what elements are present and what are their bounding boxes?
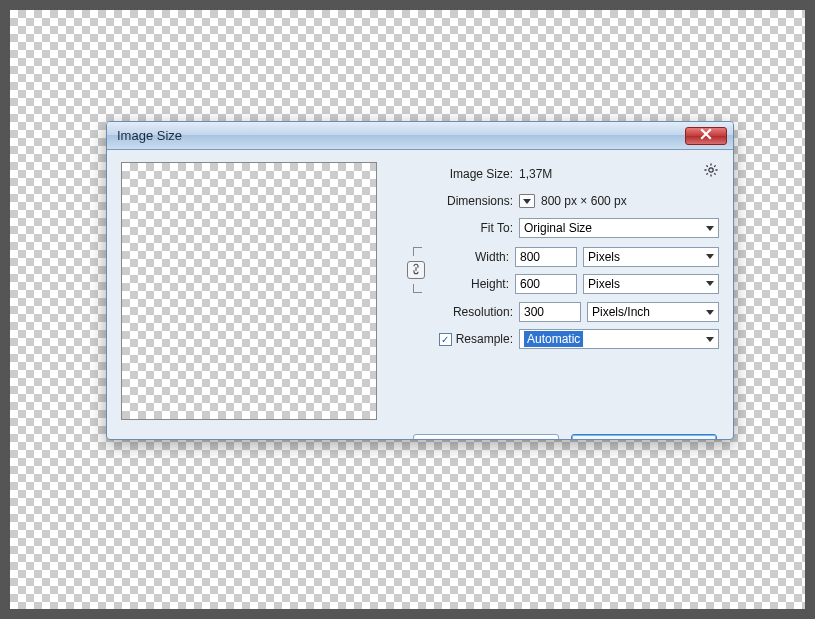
chevron-down-icon (706, 254, 714, 259)
cancel-label: Cancel (467, 438, 504, 440)
width-label: Width: (429, 250, 509, 264)
chevron-down-icon (706, 281, 714, 286)
svg-line-5 (706, 165, 707, 166)
gear-icon (703, 167, 719, 181)
chevron-down-icon (523, 199, 531, 204)
resolution-unit-value: Pixels/Inch (592, 305, 650, 319)
ok-button[interactable]: OK (571, 434, 717, 440)
height-unit-select[interactable]: Pixels (583, 274, 719, 294)
resample-value: Automatic (524, 331, 583, 347)
constrain-proportions-button[interactable] (407, 261, 425, 279)
fit-to-select[interactable]: Original Size (519, 218, 719, 238)
height-label: Height: (429, 277, 509, 291)
height-unit-value: Pixels (588, 277, 620, 291)
close-icon (700, 128, 712, 143)
resample-checkbox[interactable]: ✓ (439, 333, 452, 346)
resample-select[interactable]: Automatic (519, 329, 719, 349)
svg-line-6 (714, 173, 715, 174)
image-size-value: 1,37M (519, 167, 552, 181)
dimensions-value: 800 px × 600 px (541, 194, 627, 208)
constrain-bracket (409, 245, 425, 295)
image-size-dialog: Image Size Image Size: (106, 121, 734, 440)
svg-line-8 (706, 173, 707, 174)
fit-to-value: Original Size (524, 221, 592, 235)
close-button[interactable] (685, 127, 727, 145)
resample-label: Resample: (456, 332, 513, 346)
resolution-unit-select[interactable]: Pixels/Inch (587, 302, 719, 322)
chevron-down-icon (706, 310, 714, 315)
resolution-input[interactable] (519, 302, 581, 322)
dimensions-label: Dimensions: (407, 194, 513, 208)
resolution-label: Resolution: (407, 305, 513, 319)
svg-point-0 (709, 168, 713, 172)
ok-label: OK (635, 438, 652, 440)
width-input[interactable] (515, 247, 577, 267)
width-unit-value: Pixels (588, 250, 620, 264)
chevron-down-icon (706, 226, 714, 231)
dialog-titlebar[interactable]: Image Size (107, 122, 733, 150)
cancel-button[interactable]: Cancel (413, 434, 559, 440)
svg-line-7 (714, 165, 715, 166)
dimensions-unit-toggle[interactable] (519, 194, 535, 208)
image-size-label: Image Size: (407, 167, 513, 181)
image-preview (121, 162, 377, 420)
settings-button[interactable] (703, 162, 719, 178)
dialog-title: Image Size (117, 128, 182, 143)
width-unit-select[interactable]: Pixels (583, 247, 719, 267)
link-icon (410, 263, 422, 278)
chevron-down-icon (706, 337, 714, 342)
fit-to-label: Fit To: (407, 221, 513, 235)
height-input[interactable] (515, 274, 577, 294)
